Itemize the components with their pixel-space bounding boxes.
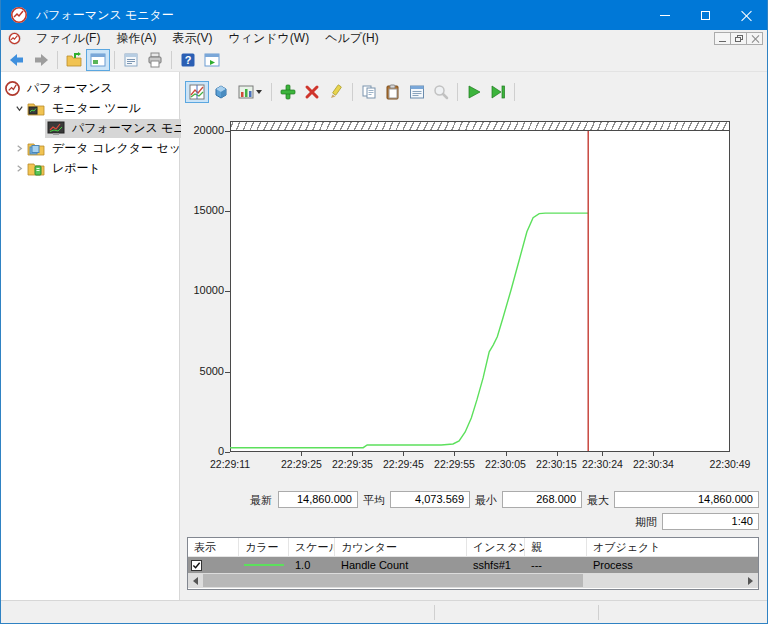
delete-icon [304,84,320,100]
toolbar-separator [57,51,58,69]
update-data-button[interactable] [486,81,510,103]
show-checkbox[interactable] [191,560,202,571]
add-counter-button[interactable] [276,81,300,103]
maximize-button[interactable] [685,0,726,30]
counter-row[interactable]: 1.0 Handle Count sshfs#1 --- Process [188,557,758,573]
title-bar[interactable]: パフォーマンス モニター [1,0,767,30]
paste-counter-list-button[interactable] [381,81,405,103]
y-axis-label: 10000 [184,284,224,296]
latest-label: 最新 [250,493,272,508]
tree-item-data-collector-sets[interactable]: データ コレクター セット [1,138,180,158]
view-log-data-button[interactable] [209,81,233,103]
column-header-counter[interactable]: カウンター [335,538,467,556]
x-axis-tick [602,452,603,456]
show-cell [188,560,239,571]
menu-view[interactable]: 表示(V) [164,29,220,48]
chevron-down-icon[interactable] [11,104,27,113]
column-header-instance[interactable]: インスタンス [467,538,525,556]
scroll-left-button[interactable] [188,573,203,588]
status-bar [1,600,767,623]
menu-help[interactable]: ヘルプ(H) [317,29,387,48]
average-value: 4,073.569 [390,491,470,508]
mdi-close-icon [751,35,759,43]
tree-item-label: レポート [49,159,104,178]
x-axis-tick [557,452,558,456]
performance-graph[interactable]: 0500010000150002000022:29:1122:29:2522:2… [230,121,730,452]
toolbar-separator [271,83,272,101]
menu-action[interactable]: 操作(A) [108,29,164,48]
highlight-pencil-icon [328,84,344,100]
show-hide-console-tree-button[interactable] [62,49,86,71]
toolbar-separator [457,83,458,101]
column-header-scale[interactable]: スケール [289,538,335,556]
menu-window[interactable]: ウィンドウ(W) [220,29,317,48]
freeze-display-button[interactable] [462,81,486,103]
y-axis-tick [225,452,230,453]
mdi-restore-button[interactable] [730,32,747,45]
app-icon-small [8,32,21,45]
performance-monitor-icon [47,121,65,136]
legend-horizontal-scrollbar[interactable] [188,573,758,588]
tree-item-performance-monitor[interactable]: パフォーマンス モニター [1,118,180,138]
counter-legend-table: 表示 カラー スケール カウンター インスタンス 親 オブジェクト 1.0 Ha… [187,537,759,590]
back-icon [9,52,25,68]
parent-cell: --- [525,559,587,571]
add-counter-icon [280,84,296,100]
minimize-icon [660,15,670,16]
delete-counter-button[interactable] [300,81,324,103]
tree-item-label: モニター ツール [49,99,144,118]
color-cell [239,564,289,566]
change-graph-type-button[interactable] [233,81,267,103]
maximize-icon [701,11,710,20]
menu-file[interactable]: ファイル(F) [28,29,108,48]
monitoring-tools-folder-icon [27,101,45,116]
zoom-button[interactable] [429,81,453,103]
scrollbar-thumb[interactable] [203,574,583,587]
y-axis-tick [225,131,230,132]
main-toolbar: ? [1,48,767,72]
x-axis-label: 22:30:05 [478,458,534,470]
mdi-minimize-button[interactable] [714,32,731,45]
properties-dialog-button[interactable] [405,81,429,103]
tree-item-performance-root[interactable]: パフォーマンス [1,78,180,98]
chevron-right-icon[interactable] [11,164,27,173]
view-current-activity-button[interactable] [185,81,209,103]
toolbar-separator [171,51,172,69]
new-window-button[interactable] [200,49,224,71]
average-label: 平均 [363,493,385,508]
y-axis-tick [225,372,230,373]
column-header-color[interactable]: カラー [239,538,289,556]
column-header-object[interactable]: オブジェクト [587,538,758,556]
column-header-parent[interactable]: 親 [525,538,587,556]
minimum-value: 268.000 [502,491,582,508]
new-window-icon [204,52,220,68]
toolbar-separator [114,51,115,69]
highlight-button[interactable] [324,81,348,103]
back-button[interactable] [5,49,29,71]
handle-count-line [230,213,588,448]
minimum-label: 最小 [475,493,497,508]
close-button[interactable] [726,0,767,30]
copy-properties-button[interactable] [357,81,381,103]
scroll-right-button[interactable] [743,573,758,588]
zoom-icon [433,84,449,100]
chevron-right-icon[interactable] [11,144,27,153]
console-window-button[interactable] [86,49,110,71]
instance-cell: sshfs#1 [467,559,525,571]
tree-item-reports[interactable]: レポート [1,158,180,178]
scroll-right-icon [748,577,753,585]
minimize-button[interactable] [644,0,685,30]
help-icon: ? [180,52,196,68]
properties-button[interactable] [119,49,143,71]
mdi-window-controls [715,32,763,45]
help-button[interactable]: ? [176,49,200,71]
paste-counter-list-icon [385,84,401,100]
properties-icon [123,52,139,68]
tree-item-monitoring-tools[interactable]: モニター ツール [1,98,180,118]
y-axis-label: 20000 [184,124,224,136]
mdi-close-button[interactable] [746,32,763,45]
print-button[interactable] [143,49,167,71]
column-header-show[interactable]: 表示 [188,538,239,556]
copy-properties-icon [361,84,377,100]
forward-button[interactable] [29,49,53,71]
